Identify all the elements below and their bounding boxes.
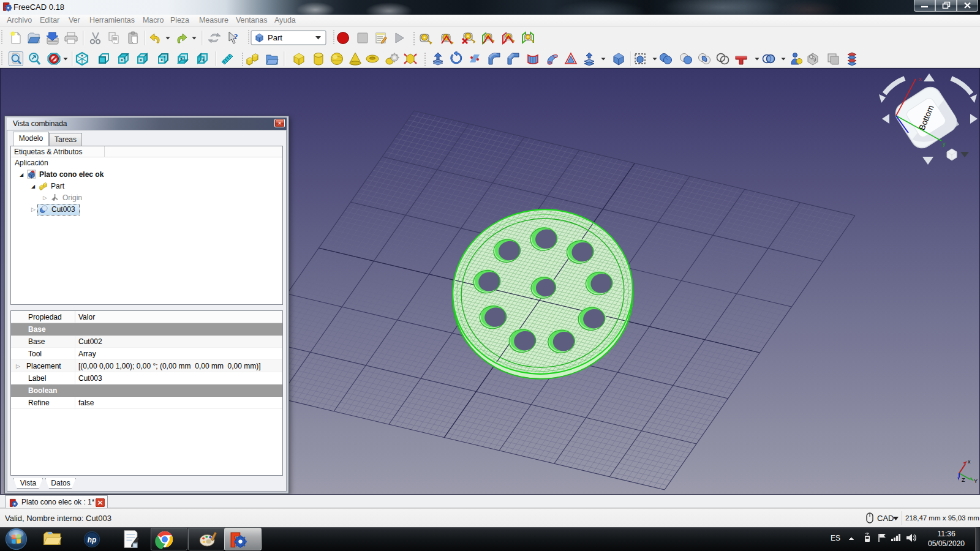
svg-text:Part: Part [268,33,282,42]
svg-text:Y: Y [974,478,978,484]
svg-text:Z: Z [962,477,965,483]
svg-text:x: x [919,76,922,82]
svg-text:x: x [968,459,971,465]
svg-text:y: y [943,141,946,147]
